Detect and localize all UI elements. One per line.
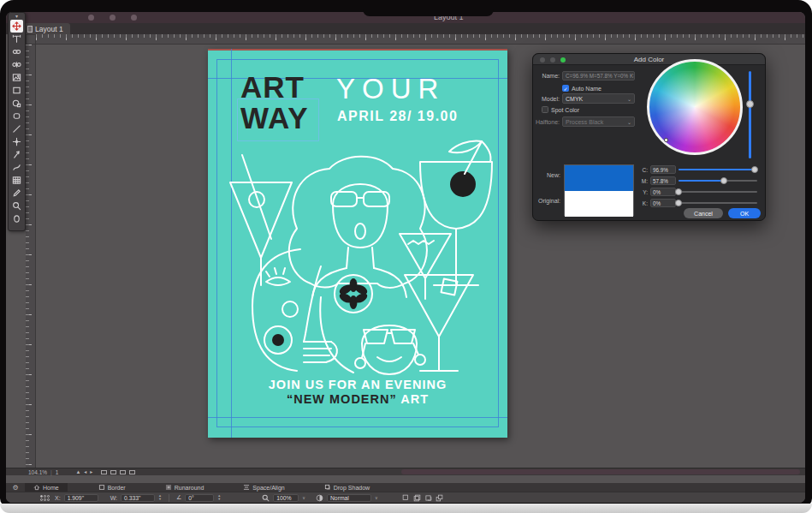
w-field[interactable]: 0.333" bbox=[121, 494, 155, 502]
channel-value-field[interactable]: 96.9% bbox=[650, 165, 676, 174]
poster-footer-line2: “NEW MODERN” ART bbox=[208, 392, 507, 406]
w-stepper[interactable]: ▲▼ bbox=[158, 494, 162, 501]
move-tool[interactable] bbox=[10, 135, 23, 148]
dialog-close-button[interactable] bbox=[540, 57, 545, 63]
freehand-tool[interactable] bbox=[10, 161, 23, 174]
home-icon bbox=[33, 484, 40, 492]
spot-color-checkbox[interactable] bbox=[542, 106, 548, 113]
brightness-slider[interactable] bbox=[749, 71, 751, 158]
channel-slider-handle[interactable] bbox=[675, 188, 682, 195]
rectangle-box-tool[interactable] bbox=[10, 84, 23, 97]
channel-row-c: C:96.9% bbox=[641, 165, 757, 174]
channel-value-field[interactable]: 57.8% bbox=[650, 176, 676, 185]
channel-slider-handle[interactable] bbox=[751, 166, 758, 173]
opacity-icon bbox=[316, 494, 323, 502]
reference-point-grid[interactable] bbox=[40, 495, 50, 501]
tab-space-align-label: Space/Align bbox=[252, 485, 284, 491]
halftone-dropdown[interactable]: Process Black⌄ bbox=[562, 116, 635, 127]
x-field[interactable]: 1.909" bbox=[64, 494, 98, 502]
view-split-icon[interactable] bbox=[101, 470, 107, 474]
brightness-slider-handle[interactable] bbox=[746, 100, 754, 108]
channel-slider[interactable] bbox=[679, 191, 757, 193]
zoom-field[interactable]: 100% bbox=[273, 494, 299, 502]
color-wheel-marker[interactable] bbox=[664, 138, 668, 142]
horizontal-scrollbar[interactable] bbox=[401, 469, 800, 474]
bleed-guide bbox=[208, 49, 507, 51]
window-zoom-button[interactable] bbox=[131, 15, 137, 21]
channel-slider[interactable] bbox=[679, 202, 757, 204]
text-content-tool[interactable] bbox=[10, 33, 23, 45]
channel-slider[interactable] bbox=[679, 180, 757, 182]
tab-space-align[interactable]: Space/Align bbox=[234, 483, 293, 492]
chevron-down-icon[interactable]: ∨ bbox=[375, 495, 378, 500]
bezier-pen-tool[interactable] bbox=[10, 148, 23, 161]
auto-name-checkbox[interactable]: ✓ bbox=[562, 85, 569, 92]
tab-border[interactable]: Border bbox=[90, 483, 134, 492]
horizontal-guide[interactable] bbox=[208, 417, 507, 418]
table-tool[interactable] bbox=[10, 174, 23, 187]
line-tool[interactable] bbox=[10, 122, 23, 135]
name-field[interactable]: C=96.9% M=57.8% Y=0% K=0% bbox=[562, 71, 635, 81]
view-zoom-value[interactable]: 104.1% bbox=[28, 469, 47, 475]
copy-style-icon[interactable] bbox=[413, 494, 421, 502]
channel-label: Y: bbox=[641, 189, 648, 195]
tab-drop-shadow[interactable]: Drop Shadow bbox=[316, 483, 378, 492]
oval-box-tool[interactable] bbox=[10, 97, 23, 110]
channel-label: M: bbox=[641, 178, 648, 184]
laptop-chin bbox=[0, 504, 812, 513]
channel-slider[interactable] bbox=[679, 169, 757, 170]
status-bar: 104.1% | 1 ▲ ◂ ▸ bbox=[6, 468, 805, 475]
pan-tool[interactable] bbox=[10, 212, 23, 225]
layout-tab[interactable]: Layout 1 bbox=[23, 23, 70, 34]
pencil-tool[interactable] bbox=[10, 187, 23, 200]
window-close-button[interactable] bbox=[88, 15, 94, 21]
camera-notch bbox=[363, 0, 494, 16]
view-export-icon[interactable] bbox=[129, 470, 135, 474]
channel-slider-handle[interactable] bbox=[675, 200, 682, 206]
tab-border-label: Border bbox=[108, 485, 126, 491]
vertical-ruler[interactable] bbox=[26, 45, 36, 475]
channel-value-field[interactable]: 0% bbox=[650, 199, 676, 207]
page-up-icon[interactable]: ▲ bbox=[75, 468, 80, 475]
model-dropdown[interactable]: CMYK⌄ bbox=[562, 93, 635, 104]
blend-mode-dropdown[interactable]: Normal bbox=[327, 494, 371, 502]
tab-runaround-label: Runaround bbox=[175, 485, 204, 491]
cancel-button[interactable]: Cancel bbox=[684, 208, 723, 218]
view-page-icon[interactable] bbox=[120, 470, 126, 474]
next-page-icon[interactable]: ▸ bbox=[90, 468, 92, 475]
page-number[interactable]: 1 bbox=[56, 469, 59, 475]
dialog-title: Add Color bbox=[634, 56, 665, 63]
gear-icon[interactable]: ⚙ bbox=[6, 483, 25, 492]
tab-home[interactable]: Home bbox=[25, 483, 68, 492]
color-wheel[interactable] bbox=[647, 59, 743, 155]
channel-slider-handle[interactable] bbox=[720, 177, 727, 184]
angle-stepper[interactable]: ▲▼ bbox=[217, 494, 221, 501]
dialog-minimize-button[interactable] bbox=[550, 57, 555, 63]
view-monitor-icon[interactable] bbox=[110, 470, 116, 474]
window-minimize-button[interactable] bbox=[110, 15, 116, 21]
text-unlinking-tool[interactable] bbox=[10, 58, 23, 71]
item-tool[interactable] bbox=[10, 20, 23, 33]
previous-page-icon[interactable]: ◂ bbox=[84, 468, 86, 475]
ok-button[interactable]: OK bbox=[728, 208, 761, 218]
channel-value-field[interactable]: 0% bbox=[650, 188, 676, 196]
dialog-zoom-button[interactable] bbox=[560, 57, 566, 63]
angle-field[interactable]: 0° bbox=[185, 494, 214, 502]
tab-runaround[interactable]: Runaround bbox=[157, 483, 213, 492]
measurement-tab-bar: ⚙ HomeBorderRunaroundSpace/AlignDrop Sha… bbox=[6, 483, 805, 492]
picture-content-tool[interactable] bbox=[10, 71, 23, 84]
paste-style-icon[interactable] bbox=[424, 494, 432, 502]
chevron-down-icon: ⌄ bbox=[627, 96, 631, 102]
palette-collapse-icon[interactable]: ▾ bbox=[15, 14, 18, 20]
runaround-icon bbox=[165, 484, 172, 492]
chevron-down-icon[interactable]: ∨ bbox=[302, 495, 305, 500]
duplicate-icon[interactable] bbox=[402, 494, 410, 502]
layers-icon[interactable] bbox=[436, 494, 443, 502]
chevron-down-icon: ⌄ bbox=[627, 119, 631, 125]
horizontal-ruler[interactable] bbox=[36, 34, 805, 45]
text-linking-tool[interactable] bbox=[10, 45, 23, 58]
zoom-tool[interactable] bbox=[10, 200, 23, 212]
poster-page[interactable]: ART WAY YOUR APRIL 28/ 19.00 bbox=[208, 49, 507, 438]
starburst-tool[interactable] bbox=[10, 110, 23, 122]
divider: | bbox=[50, 469, 52, 475]
